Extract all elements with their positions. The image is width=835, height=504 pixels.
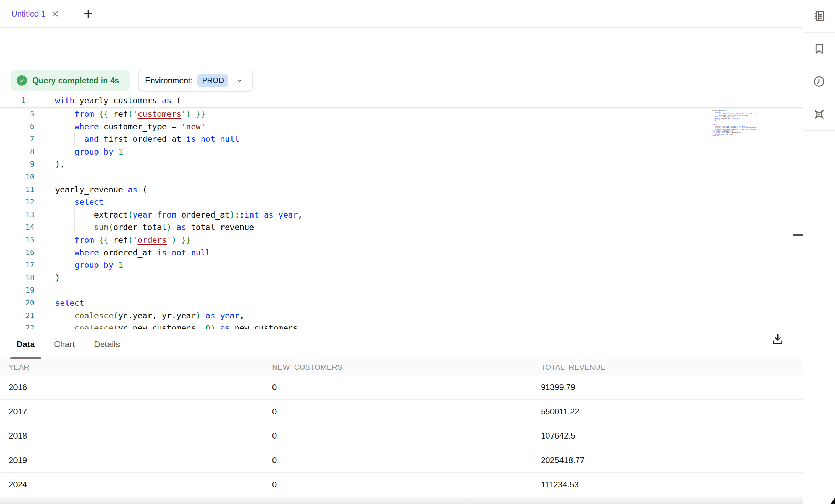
status-row: Query completed in 4s Environment: PROD [0, 61, 803, 94]
table-cell: 2019 [0, 455, 272, 465]
code-line-11[interactable]: 11yearly_revenue as ( [0, 183, 803, 196]
check-circle-icon [17, 75, 27, 86]
sidebar-item-lineage[interactable] [803, 98, 835, 131]
table-cell: 0 [272, 455, 541, 465]
environment-label: Environment: [145, 76, 193, 85]
line-number: 11 [0, 183, 34, 196]
code-line-13[interactable]: 13 extract(year from ordered_at)::int as… [0, 209, 803, 221]
table-row: 2016091399.79 [0, 375, 803, 400]
column-header-total-revenue: TOTAL_REVENUE [541, 363, 803, 372]
table-cell: 111234.53 [541, 480, 803, 490]
query-status-text: Query completed in 4s [32, 76, 119, 85]
table-cell: 0 [272, 480, 541, 490]
table-cell: 0 [272, 407, 541, 417]
line-number: 22 [0, 322, 34, 329]
main-panel: Untitled 1 Develop [0, 0, 803, 504]
results-panel: Data Chart Details YEAR NEW_CUSTOMERS TO… [0, 329, 803, 504]
toolbar: Develop Run [0, 28, 803, 61]
line-number: 7 [0, 133, 34, 146]
table-cell: 550011.22 [541, 407, 803, 417]
sql-ide-app: Untitled 1 Develop [0, 0, 835, 504]
horizontal-scrollbar[interactable] [0, 497, 803, 504]
bookmark-icon [813, 42, 826, 55]
table-row: 20240111234.53 [0, 473, 803, 497]
close-tab-icon[interactable] [51, 10, 59, 18]
table-row: 20170550011.22 [0, 400, 803, 424]
line-number: 15 [0, 234, 34, 246]
code-line-6[interactable]: 6 where customer_type = 'new' [0, 120, 803, 133]
code-line-16[interactable]: 16 where ordered_at is not null [0, 246, 803, 259]
table-row: 20180107642.5 [0, 424, 803, 449]
code-line-20[interactable]: 20select [0, 297, 803, 309]
line-number: 14 [0, 221, 34, 234]
download-icon[interactable] [771, 331, 785, 346]
line-number: 17 [0, 259, 34, 272]
line-number: 16 [0, 246, 34, 259]
right-sidebar [803, 0, 835, 504]
line-number: 6 [0, 120, 34, 133]
table-cell: 0 [272, 431, 541, 441]
sticky-scroll-line[interactable]: 1with yearly_customers as ( [0, 94, 803, 108]
chevron-down-icon [235, 76, 244, 85]
tab-chart[interactable]: Chart [48, 329, 81, 359]
new-tab-icon[interactable] [83, 8, 94, 19]
table-cell: 107642.5 [541, 431, 803, 441]
code-line-5[interactable]: 5 from {{ ref('customers') }} [0, 108, 803, 120]
table-cell: 0 [272, 382, 541, 392]
sql-code-editor[interactable]: 1with yearly_customers as ( 5 from {{ re… [0, 94, 803, 329]
sidebar-item-notebook[interactable] [803, 0, 835, 33]
code-line-22[interactable]: 22 coalesce(yc.new_customers, 0) as new_… [0, 322, 803, 329]
tab-bar: Untitled 1 [0, 0, 803, 28]
code-line-15[interactable]: 15 from {{ ref('orders') }} [0, 234, 803, 246]
tab-details[interactable]: Details [88, 329, 126, 359]
table-cell: 2017 [0, 407, 272, 417]
history-clock-icon [813, 75, 826, 88]
line-number: 21 [0, 309, 34, 322]
table-cell: 2025418.77 [541, 455, 803, 465]
line-number: 20 [0, 297, 34, 309]
code-line-17[interactable]: 17 group by 1 [0, 259, 803, 272]
table-cell: 2024 [0, 480, 272, 490]
line-number: 13 [0, 209, 34, 221]
table-cell: 2016 [0, 382, 272, 392]
environment-selector[interactable]: Environment: PROD [138, 70, 253, 92]
code-line-14[interactable]: 14 sum(order_total) as total_revenue [0, 221, 803, 234]
line-number: 1 [0, 94, 26, 107]
notebook-icon [813, 10, 826, 23]
line-number: 12 [0, 196, 34, 209]
code-line-21[interactable]: 21 coalesce(yc.year, yr.year) as year, [0, 309, 803, 322]
line-number: 9 [0, 158, 34, 171]
query-status-badge: Query completed in 4s [11, 70, 130, 91]
column-header-new-customers: NEW_CUSTOMERS [272, 363, 541, 372]
table-cell: 91399.79 [541, 382, 803, 392]
tab-untitled-1[interactable]: Untitled 1 [0, 0, 75, 28]
code-line-8[interactable]: 8 group by 1 [0, 146, 803, 158]
code-line-7[interactable]: 7 and first_ordered_at is not null [0, 133, 803, 146]
sidebar-item-bookmarks[interactable] [803, 33, 835, 65]
mouse-cursor-artifact [830, 498, 835, 504]
sidebar-item-history[interactable] [803, 65, 835, 98]
code-line-9[interactable]: 9), [0, 158, 803, 171]
code-line-19[interactable]: 19 [0, 284, 803, 297]
line-number: 5 [0, 108, 34, 120]
tab-label: Untitled 1 [11, 9, 45, 19]
table-header: YEAR NEW_CUSTOMERS TOTAL_REVENUE [0, 359, 803, 375]
code-line-18[interactable]: 18) [0, 272, 803, 284]
line-number: 19 [0, 284, 34, 297]
tab-data[interactable]: Data [10, 329, 41, 359]
code-line-12[interactable]: 12 select [0, 196, 803, 209]
column-header-year: YEAR [0, 363, 272, 372]
code-line-10[interactable]: 10 [0, 171, 803, 183]
overview-ruler-cursor-marker [793, 234, 803, 236]
table-body: 2016091399.7920170550011.2220180107642.5… [0, 375, 803, 497]
table-cell: 2018 [0, 431, 272, 441]
line-number: 8 [0, 146, 34, 158]
code-lines[interactable]: 5 from {{ ref('customers') }}6 where cus… [0, 108, 803, 329]
table-row: 201902025418.77 [0, 448, 803, 473]
line-number: 18 [0, 272, 34, 284]
results-tabs: Data Chart Details [10, 329, 126, 359]
line-number: 10 [0, 171, 34, 183]
environment-value-badge: PROD [197, 74, 228, 87]
lineage-icon [812, 107, 826, 121]
